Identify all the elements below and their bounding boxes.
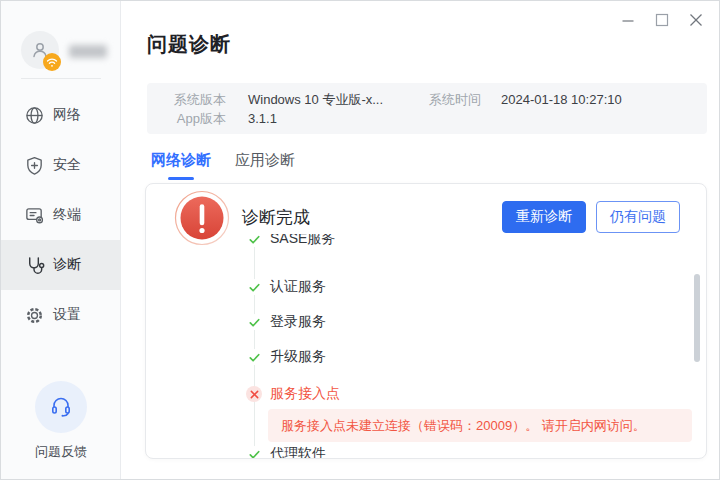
user-name-masked [69, 45, 107, 58]
wifi-status-badge [43, 53, 61, 71]
minimize-button[interactable] [617, 9, 639, 31]
feedback-label: 问题反馈 [1, 443, 121, 461]
sidebar-item-network[interactable]: 网络 [1, 90, 121, 140]
tab-label: 应用诊断 [235, 151, 295, 168]
tab-label: 网络诊断 [151, 151, 211, 168]
check-error-icon [246, 386, 262, 402]
tab-active-underline [168, 177, 194, 180]
check-success-icon [246, 234, 262, 247]
gear-icon [23, 304, 45, 326]
sidebar-divider [21, 78, 101, 79]
system-time-label: 系统时间 [429, 90, 481, 109]
scrollbar-thumb[interactable] [694, 274, 700, 362]
headset-icon [35, 381, 87, 433]
app-version-value: 3.1.1 [248, 109, 383, 128]
check-success-icon [246, 349, 262, 365]
error-message-box: 服务接入点未建立连接（错误码：20009）。 请开启内网访问。 [268, 409, 692, 442]
check-success-icon [246, 279, 262, 295]
sidebar-item-terminal[interactable]: 终端 [1, 190, 121, 240]
system-version-label: 系统版本 [174, 90, 226, 109]
system-time-value: 2024-01-18 10:27:10 [501, 90, 622, 109]
feedback-button[interactable]: 问题反馈 [1, 381, 121, 461]
window-controls [617, 9, 707, 31]
sidebar-item-label: 诊断 [53, 256, 81, 274]
sidebar-item-label: 安全 [53, 156, 81, 174]
sidebar-item-label: 网络 [53, 106, 81, 124]
check-label: 认证服务 [270, 278, 326, 296]
check-success-icon [246, 446, 262, 458]
diagnosis-result-card: 诊断完成 重新诊断 仍有问题 SASE服务 认证服务 [145, 183, 707, 459]
system-info-bar: 系统版本 Windows 10 专业版-x... App版本 3.1.1 系统时… [147, 83, 707, 134]
main-area: 问题诊断 系统版本 Windows 10 专业版-x... App版本 3.1.… [121, 1, 720, 479]
sidebar: 网络 安全 终端 [1, 1, 121, 479]
sidebar-item-diagnosis[interactable]: 诊断 [1, 240, 121, 290]
sidebar-item-label: 终端 [53, 206, 81, 224]
sidebar-menu: 网络 安全 终端 [1, 90, 121, 340]
check-success-icon [246, 314, 262, 330]
shield-plus-icon [23, 154, 45, 176]
timeline-connector [254, 234, 255, 458]
terminal-gear-icon [23, 204, 45, 226]
check-label: 服务接入点 [270, 385, 340, 403]
rediagnose-button[interactable]: 重新诊断 [502, 201, 586, 233]
tab-app-diagnosis[interactable]: 应用诊断 [235, 151, 295, 180]
check-list-viewport[interactable]: SASE服务 认证服务 登录服务 [146, 234, 706, 458]
still-have-issue-button[interactable]: 仍有问题 [596, 201, 680, 233]
close-button[interactable] [685, 9, 707, 31]
check-label: 代理软件 [270, 445, 326, 458]
wifi-icon [46, 57, 58, 68]
maximize-button[interactable] [651, 9, 673, 31]
stethoscope-icon [23, 254, 45, 276]
diagnosis-status-title: 诊断完成 [242, 206, 310, 229]
sidebar-item-settings[interactable]: 设置 [1, 290, 121, 340]
sidebar-item-label: 设置 [53, 306, 81, 324]
check-label: 登录服务 [270, 313, 326, 331]
app-window: 网络 安全 终端 [0, 0, 720, 480]
check-label: 升级服务 [270, 348, 326, 366]
globe-icon [23, 104, 45, 126]
sidebar-item-security[interactable]: 安全 [1, 140, 121, 190]
page-title: 问题诊断 [147, 31, 231, 58]
app-version-label: App版本 [174, 109, 226, 128]
check-label: SASE服务 [270, 234, 335, 248]
diagnosis-tabs: 网络诊断 应用诊断 [151, 151, 295, 180]
system-version-value: Windows 10 专业版-x... [248, 90, 383, 109]
tab-network-diagnosis[interactable]: 网络诊断 [151, 151, 211, 180]
